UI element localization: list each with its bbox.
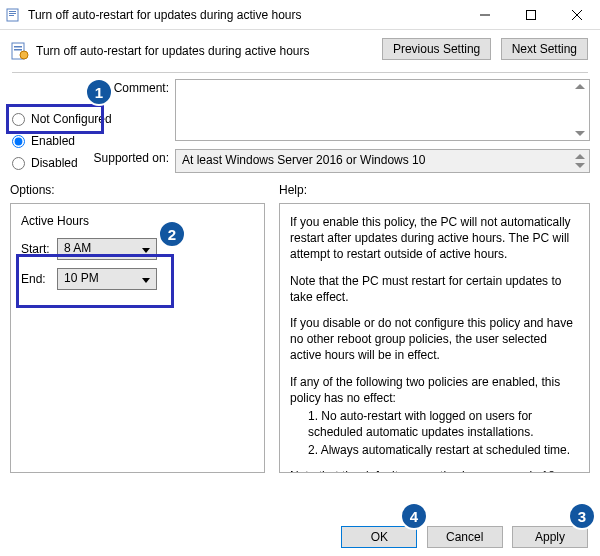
- svg-rect-1: [9, 11, 16, 12]
- help-panel[interactable]: If you enable this policy, the PC will n…: [279, 203, 590, 473]
- next-setting-button[interactable]: Next Setting: [501, 38, 588, 60]
- radio-not-configured[interactable]: Not Configured: [12, 108, 122, 130]
- help-p4: If any of the following two policies are…: [290, 374, 579, 406]
- options-panel: Active Hours Start: 8 AM End: 10 PM: [10, 203, 265, 473]
- options-group-title: Active Hours: [21, 214, 254, 228]
- radio-not-configured-label: Not Configured: [31, 112, 112, 126]
- scroll-down-icon[interactable]: [575, 131, 585, 136]
- scroll-up-icon[interactable]: [575, 154, 585, 159]
- help-p5: Note that the default max active hours r…: [290, 468, 579, 473]
- svg-rect-5: [527, 10, 536, 19]
- radio-enabled-input[interactable]: [12, 135, 25, 148]
- annotation-circle-2: 2: [158, 220, 186, 248]
- cancel-button[interactable]: Cancel: [427, 526, 503, 548]
- help-p2: Note that the PC must restart for certai…: [290, 273, 579, 305]
- help-p4b: 2. Always automatically restart at sched…: [290, 442, 579, 458]
- end-label: End:: [21, 272, 57, 286]
- minimize-button[interactable]: [462, 0, 508, 30]
- comment-textarea[interactable]: [175, 79, 590, 141]
- divider: [12, 72, 588, 73]
- radio-disabled-label: Disabled: [31, 156, 78, 170]
- end-time-select[interactable]: 10 PM: [57, 268, 157, 290]
- options-heading: Options:: [10, 183, 265, 197]
- maximize-button[interactable]: [508, 0, 554, 30]
- scroll-up-icon[interactable]: [575, 84, 585, 89]
- policy-icon: [6, 7, 22, 23]
- title-bar: Turn off auto-restart for updates during…: [0, 0, 600, 30]
- help-heading: Help:: [279, 183, 590, 197]
- scroll-down-icon[interactable]: [575, 163, 585, 168]
- radio-disabled-input[interactable]: [12, 157, 25, 170]
- apply-button[interactable]: Apply: [512, 526, 588, 548]
- policy-doc-icon: [10, 41, 30, 61]
- policy-subtitle: Turn off auto-restart for updates during…: [36, 44, 309, 58]
- window-title: Turn off auto-restart for updates during…: [28, 8, 462, 22]
- previous-setting-button[interactable]: Previous Setting: [382, 38, 491, 60]
- svg-rect-9: [14, 46, 22, 48]
- supported-on-value: At least Windows Server 2016 or Windows …: [182, 153, 425, 167]
- ok-button[interactable]: OK: [341, 526, 417, 548]
- end-time-value: 10 PM: [64, 271, 99, 285]
- svg-point-11: [20, 51, 28, 59]
- svg-rect-2: [9, 13, 16, 14]
- radio-disabled[interactable]: Disabled: [12, 152, 122, 174]
- annotation-circle-4: 4: [400, 502, 428, 530]
- help-p1: If you enable this policy, the PC will n…: [290, 214, 579, 263]
- chevron-down-icon: [142, 278, 150, 283]
- start-label: Start:: [21, 242, 57, 256]
- radio-enabled-label: Enabled: [31, 134, 75, 148]
- start-time-value: 8 AM: [64, 241, 91, 255]
- help-p4a: 1. No auto-restart with logged on users …: [290, 408, 579, 440]
- close-button[interactable]: [554, 0, 600, 30]
- annotation-circle-3: 3: [568, 502, 596, 530]
- supported-on-box: At least Windows Server 2016 or Windows …: [175, 149, 590, 173]
- radio-not-configured-input[interactable]: [12, 113, 25, 126]
- annotation-circle-1: 1: [85, 78, 113, 106]
- help-p3: If you disable or do not configure this …: [290, 315, 579, 364]
- svg-rect-3: [9, 15, 14, 16]
- radio-enabled[interactable]: Enabled: [12, 130, 122, 152]
- chevron-down-icon: [142, 248, 150, 253]
- start-time-select[interactable]: 8 AM: [57, 238, 157, 260]
- svg-rect-10: [14, 49, 22, 51]
